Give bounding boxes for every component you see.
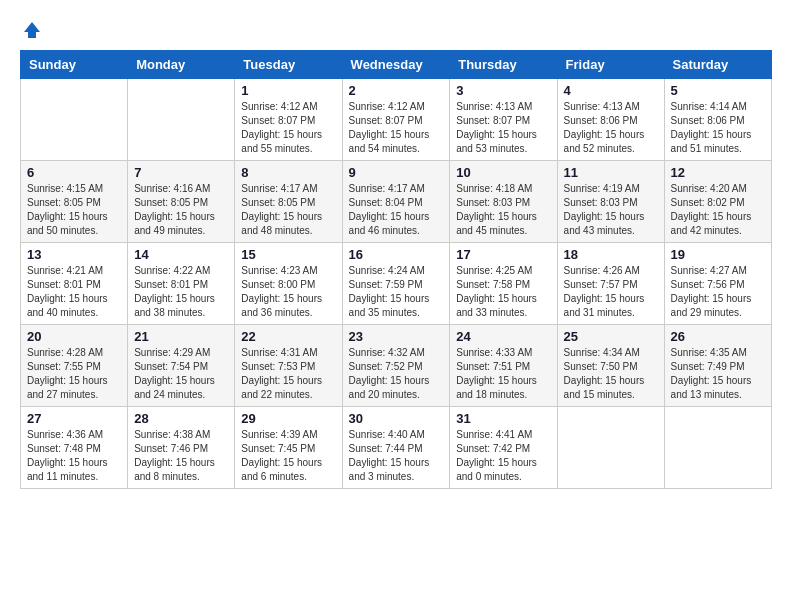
day-number: 29: [241, 411, 335, 426]
weekday-header-thursday: Thursday: [450, 51, 557, 79]
day-info: Sunrise: 4:36 AM Sunset: 7:48 PM Dayligh…: [27, 428, 121, 484]
day-info: Sunrise: 4:13 AM Sunset: 8:07 PM Dayligh…: [456, 100, 550, 156]
calendar-cell: 20Sunrise: 4:28 AM Sunset: 7:55 PM Dayli…: [21, 325, 128, 407]
day-info: Sunrise: 4:40 AM Sunset: 7:44 PM Dayligh…: [349, 428, 444, 484]
day-number: 7: [134, 165, 228, 180]
calendar-cell: 19Sunrise: 4:27 AM Sunset: 7:56 PM Dayli…: [664, 243, 771, 325]
day-number: 3: [456, 83, 550, 98]
day-info: Sunrise: 4:21 AM Sunset: 8:01 PM Dayligh…: [27, 264, 121, 320]
day-number: 21: [134, 329, 228, 344]
calendar-cell: 7Sunrise: 4:16 AM Sunset: 8:05 PM Daylig…: [128, 161, 235, 243]
calendar-cell: 10Sunrise: 4:18 AM Sunset: 8:03 PM Dayli…: [450, 161, 557, 243]
calendar-cell: [128, 79, 235, 161]
day-number: 30: [349, 411, 444, 426]
day-number: 22: [241, 329, 335, 344]
calendar-table: SundayMondayTuesdayWednesdayThursdayFrid…: [20, 50, 772, 489]
day-number: 5: [671, 83, 765, 98]
calendar-cell: 13Sunrise: 4:21 AM Sunset: 8:01 PM Dayli…: [21, 243, 128, 325]
day-number: 9: [349, 165, 444, 180]
calendar-cell: 22Sunrise: 4:31 AM Sunset: 7:53 PM Dayli…: [235, 325, 342, 407]
day-number: 28: [134, 411, 228, 426]
day-info: Sunrise: 4:15 AM Sunset: 8:05 PM Dayligh…: [27, 182, 121, 238]
calendar-cell: 14Sunrise: 4:22 AM Sunset: 8:01 PM Dayli…: [128, 243, 235, 325]
calendar-cell: 29Sunrise: 4:39 AM Sunset: 7:45 PM Dayli…: [235, 407, 342, 489]
day-info: Sunrise: 4:23 AM Sunset: 8:00 PM Dayligh…: [241, 264, 335, 320]
day-number: 13: [27, 247, 121, 262]
day-number: 24: [456, 329, 550, 344]
day-number: 8: [241, 165, 335, 180]
calendar-cell: 11Sunrise: 4:19 AM Sunset: 8:03 PM Dayli…: [557, 161, 664, 243]
day-info: Sunrise: 4:25 AM Sunset: 7:58 PM Dayligh…: [456, 264, 550, 320]
calendar-cell: 27Sunrise: 4:36 AM Sunset: 7:48 PM Dayli…: [21, 407, 128, 489]
calendar-cell: 21Sunrise: 4:29 AM Sunset: 7:54 PM Dayli…: [128, 325, 235, 407]
weekday-header-row: SundayMondayTuesdayWednesdayThursdayFrid…: [21, 51, 772, 79]
calendar-cell: 18Sunrise: 4:26 AM Sunset: 7:57 PM Dayli…: [557, 243, 664, 325]
page-header: [20, 20, 772, 40]
day-info: Sunrise: 4:24 AM Sunset: 7:59 PM Dayligh…: [349, 264, 444, 320]
calendar-cell: 30Sunrise: 4:40 AM Sunset: 7:44 PM Dayli…: [342, 407, 450, 489]
day-info: Sunrise: 4:12 AM Sunset: 8:07 PM Dayligh…: [349, 100, 444, 156]
calendar-cell: 2Sunrise: 4:12 AM Sunset: 8:07 PM Daylig…: [342, 79, 450, 161]
calendar-cell: 24Sunrise: 4:33 AM Sunset: 7:51 PM Dayli…: [450, 325, 557, 407]
day-number: 17: [456, 247, 550, 262]
calendar-week-row: 27Sunrise: 4:36 AM Sunset: 7:48 PM Dayli…: [21, 407, 772, 489]
calendar-cell: [21, 79, 128, 161]
day-info: Sunrise: 4:12 AM Sunset: 8:07 PM Dayligh…: [241, 100, 335, 156]
day-number: 10: [456, 165, 550, 180]
day-info: Sunrise: 4:39 AM Sunset: 7:45 PM Dayligh…: [241, 428, 335, 484]
day-number: 23: [349, 329, 444, 344]
calendar-cell: 12Sunrise: 4:20 AM Sunset: 8:02 PM Dayli…: [664, 161, 771, 243]
day-number: 20: [27, 329, 121, 344]
calendar-cell: 1Sunrise: 4:12 AM Sunset: 8:07 PM Daylig…: [235, 79, 342, 161]
day-info: Sunrise: 4:17 AM Sunset: 8:05 PM Dayligh…: [241, 182, 335, 238]
svg-marker-0: [24, 22, 40, 38]
day-info: Sunrise: 4:29 AM Sunset: 7:54 PM Dayligh…: [134, 346, 228, 402]
day-number: 12: [671, 165, 765, 180]
weekday-header-saturday: Saturday: [664, 51, 771, 79]
calendar-cell: 15Sunrise: 4:23 AM Sunset: 8:00 PM Dayli…: [235, 243, 342, 325]
calendar-cell: [664, 407, 771, 489]
logo: [20, 20, 42, 40]
day-info: Sunrise: 4:38 AM Sunset: 7:46 PM Dayligh…: [134, 428, 228, 484]
day-info: Sunrise: 4:17 AM Sunset: 8:04 PM Dayligh…: [349, 182, 444, 238]
calendar-cell: 3Sunrise: 4:13 AM Sunset: 8:07 PM Daylig…: [450, 79, 557, 161]
weekday-header-tuesday: Tuesday: [235, 51, 342, 79]
calendar-cell: 26Sunrise: 4:35 AM Sunset: 7:49 PM Dayli…: [664, 325, 771, 407]
day-number: 1: [241, 83, 335, 98]
calendar-cell: [557, 407, 664, 489]
day-info: Sunrise: 4:31 AM Sunset: 7:53 PM Dayligh…: [241, 346, 335, 402]
calendar-cell: 16Sunrise: 4:24 AM Sunset: 7:59 PM Dayli…: [342, 243, 450, 325]
calendar-week-row: 6Sunrise: 4:15 AM Sunset: 8:05 PM Daylig…: [21, 161, 772, 243]
calendar-cell: 17Sunrise: 4:25 AM Sunset: 7:58 PM Dayli…: [450, 243, 557, 325]
day-info: Sunrise: 4:27 AM Sunset: 7:56 PM Dayligh…: [671, 264, 765, 320]
day-info: Sunrise: 4:16 AM Sunset: 8:05 PM Dayligh…: [134, 182, 228, 238]
weekday-header-wednesday: Wednesday: [342, 51, 450, 79]
logo-icon: [22, 20, 42, 40]
day-info: Sunrise: 4:28 AM Sunset: 7:55 PM Dayligh…: [27, 346, 121, 402]
day-number: 15: [241, 247, 335, 262]
day-number: 18: [564, 247, 658, 262]
calendar-cell: 23Sunrise: 4:32 AM Sunset: 7:52 PM Dayli…: [342, 325, 450, 407]
day-info: Sunrise: 4:26 AM Sunset: 7:57 PM Dayligh…: [564, 264, 658, 320]
day-info: Sunrise: 4:18 AM Sunset: 8:03 PM Dayligh…: [456, 182, 550, 238]
day-info: Sunrise: 4:22 AM Sunset: 8:01 PM Dayligh…: [134, 264, 228, 320]
calendar-cell: 28Sunrise: 4:38 AM Sunset: 7:46 PM Dayli…: [128, 407, 235, 489]
day-number: 25: [564, 329, 658, 344]
day-number: 11: [564, 165, 658, 180]
day-info: Sunrise: 4:13 AM Sunset: 8:06 PM Dayligh…: [564, 100, 658, 156]
day-info: Sunrise: 4:33 AM Sunset: 7:51 PM Dayligh…: [456, 346, 550, 402]
day-number: 31: [456, 411, 550, 426]
weekday-header-friday: Friday: [557, 51, 664, 79]
day-number: 6: [27, 165, 121, 180]
calendar-cell: 6Sunrise: 4:15 AM Sunset: 8:05 PM Daylig…: [21, 161, 128, 243]
day-number: 16: [349, 247, 444, 262]
calendar-cell: 9Sunrise: 4:17 AM Sunset: 8:04 PM Daylig…: [342, 161, 450, 243]
day-info: Sunrise: 4:19 AM Sunset: 8:03 PM Dayligh…: [564, 182, 658, 238]
day-number: 19: [671, 247, 765, 262]
calendar-cell: 8Sunrise: 4:17 AM Sunset: 8:05 PM Daylig…: [235, 161, 342, 243]
day-info: Sunrise: 4:34 AM Sunset: 7:50 PM Dayligh…: [564, 346, 658, 402]
day-info: Sunrise: 4:32 AM Sunset: 7:52 PM Dayligh…: [349, 346, 444, 402]
day-number: 2: [349, 83, 444, 98]
day-number: 27: [27, 411, 121, 426]
day-number: 14: [134, 247, 228, 262]
